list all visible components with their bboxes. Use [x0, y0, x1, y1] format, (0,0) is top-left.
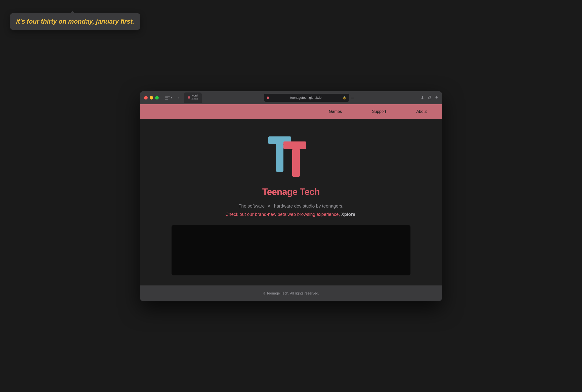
minimize-button[interactable]	[150, 96, 153, 100]
nav-item-about[interactable]: About	[401, 104, 442, 119]
chevron-down-icon: ▾	[171, 96, 172, 99]
svg-rect-3	[292, 149, 300, 177]
browser-content: Games Support About Teenage Tech The sof…	[140, 104, 442, 301]
traffic-lights	[144, 96, 159, 100]
site-footer: © Teenage Tech. All rights reserved.	[140, 285, 442, 301]
url-bar-container: tt teenagetech.github.io 🔒 ···	[205, 94, 414, 102]
xplore-link[interactable]: Xplore	[341, 212, 355, 217]
tab-favicon: tt	[188, 96, 190, 99]
url-favicon-icon: tt	[267, 96, 269, 100]
fullscreen-button[interactable]	[155, 96, 159, 100]
url-text: teenagetech.github.io	[271, 96, 341, 100]
sidebar-icon	[165, 96, 170, 100]
nav-items: Games Support About	[314, 104, 442, 119]
browser-tab[interactable]: tt word clock	[184, 92, 202, 103]
url-bar[interactable]: tt teenagetech.github.io 🔒	[264, 94, 349, 102]
cta-period: .	[355, 212, 357, 217]
nav-item-games[interactable]: Games	[314, 104, 357, 119]
hero-video	[172, 225, 410, 275]
sidebar-toggle-button[interactable]: ▾	[164, 95, 174, 101]
svg-rect-2	[283, 141, 306, 149]
hero-cta: Check out our brand-new beta web browsin…	[225, 212, 356, 217]
new-tab-button[interactable]: +	[435, 95, 438, 100]
tt-logo	[266, 134, 316, 182]
subtitle-software: The software	[238, 204, 265, 209]
title-bar: ▾ ‹ tt word clock tt teenagetech.github.…	[140, 91, 442, 104]
hero-section: Teenage Tech The software ✕ hardware dev…	[140, 119, 442, 285]
cta-text: Check out our brand-new beta web browsin…	[225, 212, 341, 217]
close-button[interactable]	[144, 96, 148, 100]
share-button[interactable]: ⎙	[428, 95, 431, 100]
hero-subtitle: The software ✕ hardware dev studio by te…	[238, 203, 343, 209]
footer-text: © Teenage Tech. All rights reserved.	[263, 291, 319, 295]
nav-arrows: ‹	[177, 94, 181, 101]
site-nav: Games Support About	[140, 104, 442, 119]
browser-window: ▾ ‹ tt word clock tt teenagetech.github.…	[140, 91, 442, 301]
url-more-button[interactable]: ···	[349, 95, 355, 101]
toolbar-right: ⬇ ⎙ +	[421, 95, 438, 101]
hero-title: Teenage Tech	[262, 187, 320, 197]
subtitle-rest: hardware dev studio by teenagers.	[274, 204, 343, 209]
nav-item-support[interactable]: Support	[357, 104, 401, 119]
lock-icon: 🔒	[343, 96, 346, 100]
download-button[interactable]: ⬇	[421, 95, 424, 101]
subtitle-cross-icon: ✕	[267, 204, 271, 209]
svg-rect-1	[276, 144, 283, 172]
tab-label: word clock	[191, 94, 198, 101]
back-button[interactable]: ‹	[177, 94, 181, 101]
